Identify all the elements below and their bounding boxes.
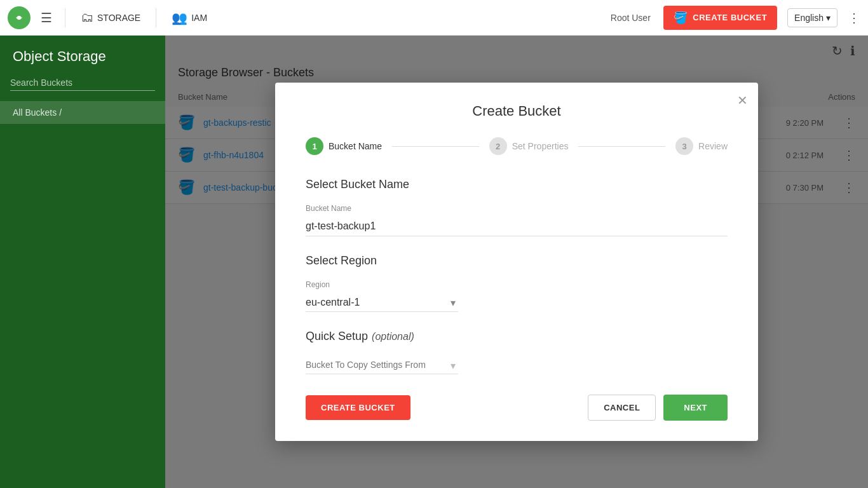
step-3-label: Review [698,141,728,151]
create-bucket-label: CREATE BUCKET [693,13,767,22]
sidebar-search [10,75,155,91]
step-line-2 [578,146,665,147]
language-label: English [794,13,824,23]
iam-icon: 👥 [172,10,187,25]
region-select-wrapper: eu-central-1 us-east-1 us-west-2 ▾ [306,293,458,312]
step-1-circle: 1 [306,137,323,155]
region-label: Region [306,280,728,289]
sidebar: Object Storage All Buckets / [0,36,165,488]
copy-settings-wrapper: ▾ [306,356,458,374]
quick-setup-optional: (optional) [372,331,414,342]
all-buckets-label: All Buckets / [13,107,62,118]
step-3: 3 Review [675,137,728,155]
sidebar-item-all-buckets[interactable]: All Buckets / [0,101,165,124]
copy-settings-input[interactable] [306,356,458,374]
dialog-actions: CREATE BUCKET CANCEL NEXT [306,395,728,421]
create-bucket-button[interactable]: 🪣 CREATE BUCKET [663,6,777,30]
chevron-down-icon: ▾ [826,13,831,23]
svg-point-1 [17,16,21,20]
language-selector[interactable]: English ▾ [787,8,837,27]
storage-nav[interactable]: 🗂 STORAGE [73,10,148,25]
top-navigation: ☰ 🗂 STORAGE 👥 IAM Root User 🪣 CREATE BUC… [0,0,868,36]
step-1-number: 1 [312,142,316,151]
storage-label: STORAGE [97,13,140,23]
step-3-circle: 3 [675,137,693,155]
content-area: Object Storage All Buckets / ↻ ℹ Storage… [0,36,868,488]
step-2-label: Set Properties [512,141,569,151]
bucket-name-input[interactable] [306,217,728,236]
region-select[interactable]: eu-central-1 us-east-1 us-west-2 [306,293,458,312]
step-1: 1 Bucket Name [306,137,382,155]
step-1-label: Bucket Name [329,141,382,151]
bucket-icon: 🪣 [674,11,688,25]
close-dialog-button[interactable]: ✕ [737,93,748,108]
bucket-name-field: Bucket Name [306,204,728,236]
app-logo[interactable] [8,6,31,29]
hamburger-menu[interactable]: ☰ [36,5,57,30]
quick-setup-label: Quick Setup [306,330,368,343]
bucket-name-label: Bucket Name [306,204,728,213]
stepper: 1 Bucket Name 2 Set Properties [306,137,728,155]
iam-nav[interactable]: 👥 IAM [164,10,215,25]
region-field: Region eu-central-1 us-east-1 us-west-2 … [306,280,728,312]
select-bucket-name-title: Select Bucket Name [306,178,728,191]
user-label: Root User [611,13,651,23]
search-input[interactable] [10,75,155,91]
modal-overlay: ✕ Create Bucket 1 Bucket Name 2 [165,36,868,488]
create-bucket-dialog-button[interactable]: CREATE BUCKET [306,395,410,420]
next-button[interactable]: NEXT [663,395,728,421]
sidebar-title: Object Storage [0,48,165,75]
step-2-circle: 2 [489,137,507,155]
more-options-button[interactable]: ⋮ [848,10,860,25]
nav-divider [65,8,65,27]
storage-icon: 🗂 [81,10,93,25]
copy-settings-field: ▾ [306,356,728,374]
nav-divider-2 [156,8,156,27]
create-bucket-dialog: ✕ Create Bucket 1 Bucket Name 2 [275,83,758,441]
quick-setup-title: Quick Setup (optional) [306,330,728,343]
step-line-1 [392,146,479,147]
iam-label: IAM [191,13,207,23]
step-2: 2 Set Properties [489,137,569,155]
step-3-number: 3 [682,142,686,151]
step-2-number: 2 [496,142,500,151]
dialog-title: Create Bucket [306,103,728,119]
cancel-button[interactable]: CANCEL [588,395,656,421]
select-region-title: Select Region [306,254,728,268]
main-content: ↻ ℹ Storage Browser - Buckets Bucket Nam… [165,36,868,488]
dialog-right-actions: CANCEL NEXT [588,395,728,421]
